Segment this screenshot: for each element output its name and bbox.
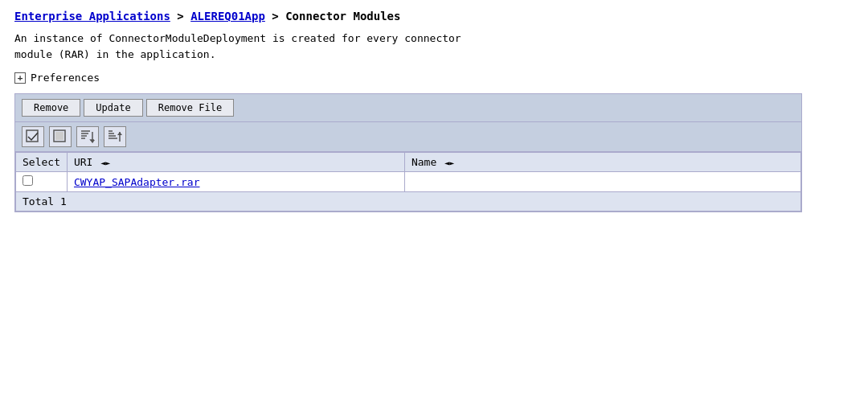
- select-all-icon[interactable]: [22, 126, 44, 147]
- row-select-cell: [16, 172, 68, 192]
- breadcrumb-enterprise-apps-link[interactable]: Enterprise Applications: [14, 10, 170, 23]
- breadcrumb-separator1: >: [177, 10, 190, 23]
- col-header-uri: URI ◄►: [67, 153, 404, 172]
- row-uri-cell: CWYAP_SAPAdapter.rar: [67, 172, 404, 192]
- data-table: Select URI ◄► Name ◄► CWYAP_SAPAdapter.r…: [15, 152, 801, 212]
- col-header-select: Select: [16, 153, 68, 172]
- page-description: An instance of ConnectorModuleDeployment…: [14, 31, 854, 62]
- update-button[interactable]: Update: [84, 99, 142, 117]
- breadcrumb-app-link[interactable]: ALEREQ01App: [190, 10, 265, 23]
- preferences-row: + Preferences: [14, 72, 854, 84]
- sort-icon-1[interactable]: [76, 126, 99, 147]
- icon-toolbar: [15, 122, 801, 152]
- remove-file-button[interactable]: Remove File: [146, 99, 234, 117]
- total-cell: Total 1: [16, 192, 801, 212]
- row-checkbox[interactable]: [23, 175, 33, 186]
- preferences-expand-icon[interactable]: +: [14, 72, 26, 84]
- remove-button[interactable]: Remove: [22, 99, 80, 117]
- table-row: CWYAP_SAPAdapter.rar: [16, 172, 801, 192]
- breadcrumb: Enterprise Applications > ALEREQ01App > …: [14, 10, 854, 23]
- deselect-all-icon[interactable]: [49, 126, 72, 147]
- preferences-label: Preferences: [31, 72, 100, 84]
- uri-sort-arrows[interactable]: ◄►: [100, 158, 110, 167]
- breadcrumb-current-page: Connector Modules: [285, 10, 400, 23]
- main-panel: Remove Update Remove File: [14, 93, 802, 212]
- svg-marker-8: [90, 140, 95, 143]
- svg-rect-2: [55, 132, 63, 140]
- col-header-name: Name ◄►: [404, 153, 800, 172]
- row-name-cell: [404, 172, 800, 192]
- total-row: Total 1: [16, 192, 801, 212]
- toolbar: Remove Update Remove File: [15, 94, 801, 122]
- name-sort-arrows[interactable]: ◄►: [444, 158, 454, 167]
- uri-link[interactable]: CWYAP_SAPAdapter.rar: [74, 176, 200, 188]
- breadcrumb-separator2: >: [272, 10, 285, 23]
- sort-icon-2[interactable]: [104, 126, 126, 147]
